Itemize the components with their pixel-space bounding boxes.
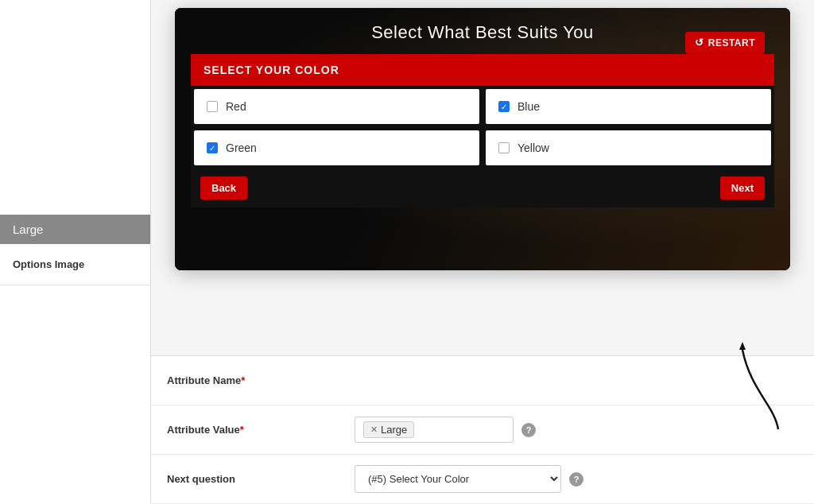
restart-button[interactable]: ↺ RESTART <box>685 32 765 53</box>
attribute-name-row: Attribute Name* <box>151 356 814 405</box>
back-button[interactable]: Back <box>200 176 247 200</box>
next-button[interactable]: Next <box>720 176 765 200</box>
arrow-svg <box>727 342 790 437</box>
attribute-name-label: Attribute Name* <box>151 363 342 397</box>
checkbox-yellow[interactable] <box>498 142 510 153</box>
color-option-red[interactable]: Red <box>194 89 479 124</box>
svg-marker-0 <box>739 342 746 350</box>
color-option-green[interactable]: ✓ Green <box>194 130 479 165</box>
attribute-value-tag[interactable]: ✕ Large <box>363 421 414 438</box>
next-question-row: Next question (#5) Select Your Color ? <box>151 455 814 504</box>
restart-icon: ↺ <box>695 37 704 48</box>
next-question-label: Next question <box>151 462 342 496</box>
checkbox-green[interactable]: ✓ <box>207 142 218 153</box>
attribute-value-label: Attribute Value* <box>151 413 342 447</box>
next-question-help-icon[interactable]: ? <box>569 472 583 487</box>
color-label-yellow: Yellow <box>517 142 549 154</box>
modal-hero: Select What Best Suits You ↺ RESTART SEL… <box>175 8 790 270</box>
arrow-annotation <box>727 342 790 440</box>
sidebar: Large Options Image <box>0 0 151 504</box>
tag-label: Large <box>381 424 407 436</box>
color-label-blue: Blue <box>517 100 540 113</box>
sidebar-large-badge: Large <box>0 215 150 244</box>
attribute-name-required: * <box>241 374 245 386</box>
form-section: Attribute Name* Attribute Value* ✕ Large… <box>151 355 814 504</box>
attribute-value-row: Attribute Value* ✕ Large ? <box>151 405 814 455</box>
modal-footer: Back Next <box>191 169 774 207</box>
tag-input[interactable]: ✕ Large <box>355 417 514 443</box>
color-label-red: Red <box>226 100 246 113</box>
checkbox-blue[interactable]: ✓ <box>498 101 510 112</box>
modal-hero-content: Select What Best Suits You ↺ RESTART SEL… <box>191 22 774 207</box>
attribute-value-required: * <box>240 424 244 436</box>
tag-remove-icon[interactable]: ✕ <box>370 425 378 435</box>
checkbox-red[interactable] <box>207 101 218 112</box>
main-content: Select What Best Suits You ↺ RESTART SEL… <box>151 0 814 504</box>
color-label-green: Green <box>226 142 257 154</box>
next-question-select-wrapper[interactable]: (#5) Select Your Color <box>355 465 561 493</box>
sidebar-options-image: Options Image <box>0 244 150 285</box>
restart-label: RESTART <box>708 37 755 48</box>
color-option-blue[interactable]: ✓ Blue <box>486 89 771 124</box>
preview-modal: Select What Best Suits You ↺ RESTART SEL… <box>175 8 790 270</box>
next-question-select[interactable]: (#5) Select Your Color <box>355 466 560 492</box>
color-options-grid: Red ✓ Blue ✓ Green Yellow <box>191 86 774 169</box>
next-question-field: (#5) Select Your Color ? <box>342 456 814 502</box>
color-section-header: SELECT YOUR COLOR <box>191 54 774 86</box>
color-option-yellow[interactable]: Yellow <box>486 130 771 165</box>
attribute-value-help-icon[interactable]: ? <box>521 423 536 437</box>
